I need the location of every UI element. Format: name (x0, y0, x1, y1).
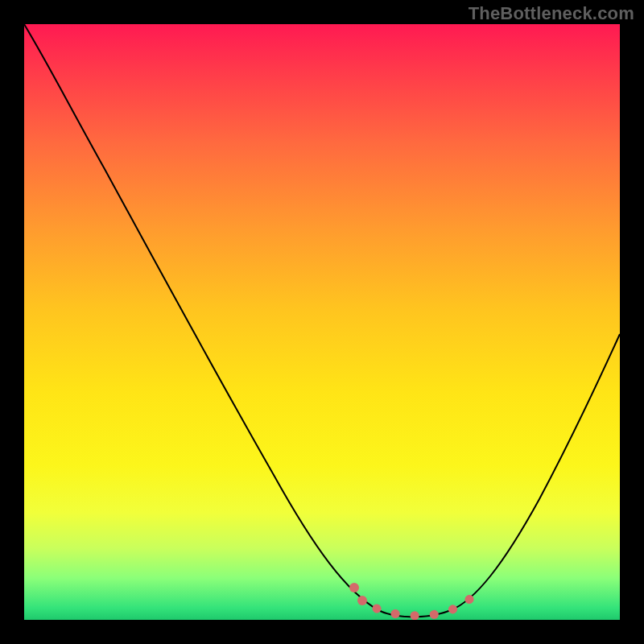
chart-svg (24, 24, 620, 620)
marker-dot (349, 583, 359, 592)
optimal-range-markers (377, 588, 481, 616)
plot-area (24, 24, 620, 620)
bottleneck-curve (24, 24, 620, 617)
marker-dot (357, 596, 367, 605)
watermark-text: TheBottleneck.com (469, 3, 634, 24)
chart-stage: TheBottleneck.com (0, 0, 644, 644)
